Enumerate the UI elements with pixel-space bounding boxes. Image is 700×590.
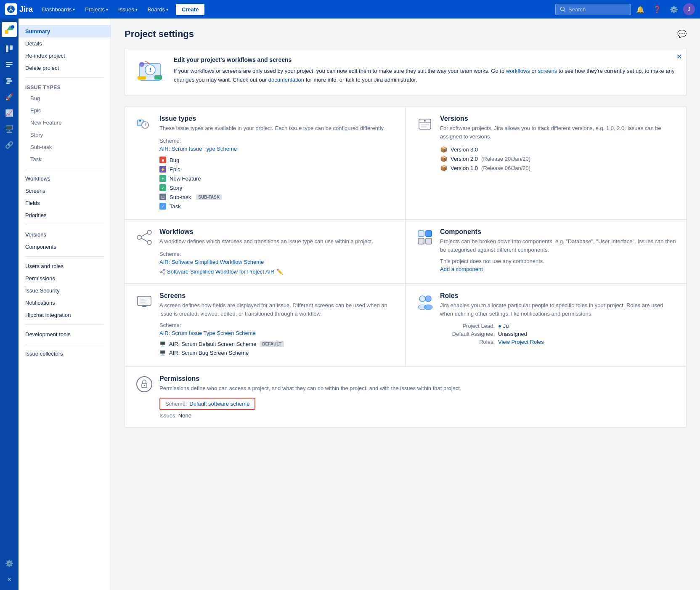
banner-body4: for more info, or talk to your Jira admi… [304,77,417,83]
backlog-icon-btn[interactable] [2,57,17,72]
left-icon-bar: 🚀 📈 🖥️ 🔗 ⚙️ « [0,19,19,590]
issue-type-task: ✓ Task [159,202,395,211]
sidebar-item-dev-tools[interactable]: Development tools [19,328,111,340]
bug-label: Bug [170,157,179,163]
svg-point-26 [145,125,146,126]
svg-point-33 [147,230,151,234]
sidebar-item-users-roles[interactable]: Users and roles [19,260,111,272]
screen-default-icon: 🖥️ [159,341,166,347]
integrations-icon-btn[interactable]: 🔗 [2,137,17,152]
roles-label: Roles: [440,339,495,345]
sidebar-item-details[interactable]: Details [19,37,111,50]
subtask-badge: SUB-TASK [196,194,222,200]
svg-rect-50 [140,302,145,303]
edit-workflow-icon[interactable]: ✏️ [276,268,283,275]
issue-type-story: ✓ Story [159,183,395,192]
sidebar-item-summary[interactable]: Summary [19,25,111,37]
svg-point-55 [424,305,432,310]
screens-desc: A screen defines how fields are displaye… [159,301,395,318]
sidebar-item-epic[interactable]: Epic [19,104,111,117]
svg-rect-10 [6,66,10,67]
svg-point-32 [137,235,141,239]
sidebar-item-permissions[interactable]: Permissions [19,272,111,284]
workflows-scheme-link[interactable]: AIR: Software Simplified Workflow Scheme [159,259,264,265]
feedback-button[interactable]: 💬 [677,29,687,39]
banner-docs-link[interactable]: documentation [268,77,304,83]
sidebar-item-components[interactable]: Components [19,241,111,253]
sidebar-item-reindex[interactable]: Re-index project [19,50,111,62]
issues-nav[interactable]: Issues [114,4,142,15]
svg-line-2 [564,11,566,12]
permissions-title: Permissions [159,375,461,383]
logo[interactable]: Jira [5,3,33,15]
version-2-name: Version 2.0 [451,156,478,162]
svg-point-39 [163,273,165,274]
sidebar-item-fields[interactable]: Fields [19,197,111,209]
help-icon[interactable]: ❓ [650,3,665,16]
reports-icon-btn[interactable]: 📈 [2,105,17,120]
banner-close-button[interactable]: ✕ [676,53,682,61]
screen-bug-name: AIR: Scrum Bug Screen Scheme [169,350,249,356]
sidebar-item-hipchat[interactable]: Hipchat integration [19,309,111,321]
sidebar-item-issue-collectors[interactable]: Issue collectors [19,348,111,360]
screen-bug-icon: 🖥️ [159,350,166,356]
search-icon [560,6,566,12]
version-2: 📦 Version 2.0 (Release 20/Jan/20) [440,154,676,163]
sidebar-item-priorities[interactable]: Priorities [19,209,111,221]
settings-icon[interactable]: ⚙️ [666,3,681,16]
sidebar-item-new-feature[interactable]: New Feature [19,117,111,129]
version-1-name: Version 1.0 [451,165,478,171]
roles-title: Roles [440,292,676,300]
roles-icon [416,292,434,311]
workflows-card: Workflows A workflow defines which statu… [125,220,406,284]
project-icon-btn[interactable] [2,22,17,37]
sidebar-item-story[interactable]: Story [19,129,111,141]
svg-rect-31 [421,126,427,128]
version-2-note: (Release 20/Jan/20) [481,156,530,162]
add-component-link[interactable]: Add a component [440,266,483,272]
roadmap-icon-btn[interactable] [2,73,17,88]
sidebar-item-screens[interactable]: Screens [19,185,111,197]
view-project-roles-link[interactable]: View Project Roles [498,339,544,345]
issue-types-scheme-link[interactable]: AIR: Scrum Issue Type Scheme [159,146,237,152]
main-content: Project settings 💬 Edit your project's w… [111,19,700,590]
roles-desc: Jira enables you to allocate particular … [440,301,676,318]
svg-point-20 [139,62,144,67]
page-title: Project settings [125,29,194,40]
sidebar-item-delete[interactable]: Delete project [19,62,111,74]
screens-scheme-link[interactable]: AIR: Scrum Issue Type Screen Scheme [159,330,256,336]
create-button[interactable]: Create [176,4,204,15]
deployments-icon-btn[interactable]: 🖥️ [2,121,17,136]
releases-icon-btn[interactable]: 🚀 [2,89,17,104]
sidebar-item-subtask[interactable]: Sub-task [19,141,111,153]
default-badge: DEFAULT [260,341,284,347]
collapse-icon-btn[interactable]: « [2,571,17,587]
sidebar-item-issue-security[interactable]: Issue Security [19,284,111,297]
banner-screens-link[interactable]: screens [538,68,557,74]
svg-rect-7 [10,45,13,50]
search-input[interactable] [568,6,623,13]
search-bar[interactable] [555,4,631,15]
user-avatar[interactable]: J [683,3,695,15]
permissions-scheme-label: Scheme: [165,401,187,407]
project-settings-icon-btn[interactable]: ⚙️ [2,555,17,571]
boards-nav[interactable]: Boards [143,4,172,15]
workflow-project-link[interactable]: Software Simplified Workflow for Project… [167,268,275,275]
sidebar-item-workflows[interactable]: Workflows [19,173,111,185]
subtask-icon: ⊡ [159,194,166,200]
components-title: Components [440,228,676,236]
dashboards-nav[interactable]: Dashboards [38,4,79,15]
sidebar-item-task[interactable]: Task [19,153,111,165]
permissions-scheme-link[interactable]: Default software scheme [189,401,249,407]
notifications-icon[interactable]: 🔔 [633,3,648,16]
projects-nav[interactable]: Projects [81,4,112,15]
board-icon-btn[interactable] [2,41,17,56]
sidebar-item-bug[interactable]: Bug [19,92,111,104]
roles-info: Project Lead: ● Ju Default Assignee: Una… [416,322,676,346]
workflows-desc: A workflow defines which statuses and tr… [159,237,373,246]
logo-text: Jira [19,5,33,14]
permissions-issues-label: Issues: [159,412,177,419]
sidebar-item-notifications[interactable]: Notifications [19,297,111,309]
sidebar-item-versions[interactable]: Versions [19,229,111,241]
banner-workflows-link[interactable]: workflows [506,68,530,74]
